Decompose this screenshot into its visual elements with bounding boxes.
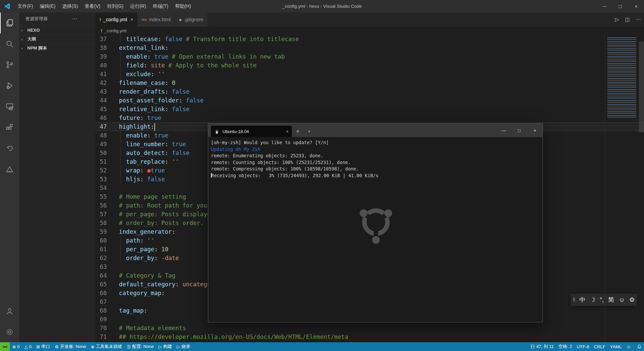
ime-punctuation-mode[interactable]: °, [600, 294, 604, 306]
bell-icon [637, 344, 642, 349]
terminal-maximize-button[interactable]: □ [512, 124, 527, 137]
terminal-new-tab-button[interactable]: + [292, 126, 304, 137]
tab-_config.yml[interactable]: !_config.yml× [95, 12, 137, 27]
menu-item-6[interactable]: 运行(R) [127, 0, 149, 12]
status-board[interactable]: ⚙开发板: None [52, 342, 88, 351]
code-line-39: 39 enable: true # Open external links in… [95, 52, 644, 61]
window-minimize-button[interactable]: ─ [596, 0, 612, 12]
ime-drag-handle[interactable]: ‖ [573, 294, 575, 306]
window-maximize-button[interactable]: □ [612, 0, 628, 12]
menu-item-2[interactable]: 编辑(E) [36, 0, 59, 12]
line-number: 70 [95, 324, 111, 332]
line-number: 71 [95, 332, 111, 341]
notifications-bell[interactable] [635, 342, 644, 351]
menu-item-7[interactable]: 终端(T) [150, 0, 172, 12]
ime-simplified-chinese[interactable]: 简 [608, 294, 614, 306]
status-errors[interactable]: ⊗0 [10, 342, 22, 351]
split-editor-icon[interactable]: ◫ [622, 17, 633, 23]
line-number: 50 [95, 149, 111, 157]
terminal-title-bar[interactable]: Ubuntu-18.04 × + ˅ — □ × [208, 124, 543, 137]
status-flash[interactable]: ▷烧录 [174, 342, 192, 351]
status-language-mode[interactable]: YAML [608, 342, 624, 351]
build-label: 构建 [163, 344, 172, 350]
vscode-logo-icon [3, 3, 11, 10]
vscode-window: 文件(F)编辑(E)选择(S)查看(V)转到(G)运行(R)终端(T)帮助(H)… [0, 0, 644, 351]
code-line-46: 46future: true [95, 114, 644, 122]
terminal-output[interactable]: [oh-my-zsh] Would you like to update? [Y… [208, 137, 543, 322]
window-title: _config.yml - hexo - Visual Studio Code [282, 4, 362, 9]
status-config[interactable]: ☰配置: None [124, 342, 156, 351]
account-icon[interactable] [0, 300, 19, 321]
ime-shape-mode-moon[interactable]: ☽ [590, 294, 595, 306]
encoding-label: UTF-8 [577, 344, 589, 349]
menu-item-8[interactable]: 帮助(H) [172, 0, 194, 12]
ime-emoji[interactable]: ☺ [619, 294, 625, 306]
sidebar-section-NPM 脚本[interactable]: ›NPM 脚本 [19, 43, 95, 53]
terminal-line: [oh-my-zsh] Would you like to update? [Y… [211, 139, 540, 146]
status-cursor-position[interactable]: 行 47, 列 11 [528, 342, 556, 351]
run-debug-icon[interactable] [0, 75, 19, 96]
more-actions-icon[interactable]: ⋯ [633, 17, 644, 23]
terminal-tab[interactable]: Ubuntu-18.04 × [211, 126, 292, 137]
tux-penguin-icon [214, 129, 219, 134]
toolset-status-label: 工具集未就绪 [96, 344, 122, 350]
line-number: 53 [95, 175, 111, 184]
breadcrumb[interactable]: ! _config.yml [95, 27, 644, 35]
line-number: 64 [95, 271, 111, 280]
tab-.gitignore[interactable]: ◆.gitignore [175, 12, 208, 27]
ime-language-mode[interactable]: 中 [579, 294, 585, 306]
menu-item-5[interactable]: 转到(G) [104, 0, 127, 12]
settings-gear-icon[interactable] [0, 321, 19, 342]
sidebar-section-label: HEXO [27, 28, 40, 33]
curved-arrow-icon[interactable] [0, 138, 19, 159]
code-line-43: 43render_drafts: false [95, 87, 644, 96]
status-indentation[interactable]: 空格: 2 [556, 342, 574, 351]
line-number: 38 [95, 43, 111, 52]
menu-item-3[interactable]: 选择(S) [59, 0, 82, 12]
terminal-tab-close-icon[interactable]: × [286, 129, 288, 134]
tab-index.html[interactable]: <>index.html [137, 12, 175, 27]
ubuntu-logo-watermark [355, 199, 397, 245]
remote-explorer-icon[interactable] [0, 96, 19, 117]
extensions-icon[interactable] [0, 117, 19, 138]
remote-indicator[interactable]: >< [0, 342, 10, 351]
ime-settings[interactable]: ⚙ [629, 294, 635, 306]
line-number: 57 [95, 210, 111, 219]
editor-scrollbar[interactable] [639, 41, 644, 132]
status-warnings[interactable]: △0 [22, 342, 34, 351]
chevron-right-icon: › [21, 28, 27, 33]
terminal-minimize-button[interactable]: — [496, 124, 512, 137]
sidebar-section-HEXO[interactable]: ›HEXO [19, 25, 95, 34]
sidebar-title: 资源管理器 [25, 16, 48, 22]
line-number: 59 [95, 227, 111, 236]
terminal-tab-title: Ubuntu-18.04 [222, 129, 249, 134]
terminal-line: Updating Oh My Zsh [211, 146, 540, 153]
status-encoding[interactable]: UTF-8 [574, 342, 591, 351]
line-number: 65 [95, 280, 111, 289]
sidebar-section-大纲[interactable]: ›大纲 [19, 34, 95, 43]
explorer-icon[interactable] [0, 12, 19, 33]
terminal-close-button[interactable]: × [527, 124, 543, 137]
menu-item-4[interactable]: 查看(V) [81, 0, 104, 12]
status-toolset-status[interactable]: ⊗工具集未就绪 [88, 342, 124, 351]
tab-close-icon[interactable]: × [130, 17, 133, 22]
line-number: 41 [95, 70, 111, 78]
tent-icon[interactable] [0, 159, 19, 180]
status-build[interactable]: ▷构建 [156, 342, 174, 351]
sidebar-more-actions-icon[interactable]: ⋯ [72, 16, 77, 22]
menu-bar: 文件(F)编辑(E)选择(S)查看(V)转到(G)运行(R)终端(T)帮助(H) [14, 0, 194, 12]
yaml-file-icon: ! [101, 28, 102, 33]
line-number: 61 [95, 245, 111, 254]
source-control-icon[interactable] [0, 54, 19, 75]
code-line-44: 44post_asset_folder: false [95, 96, 644, 105]
html-file-icon: <> [142, 17, 147, 22]
status-feedback[interactable]: ☺ [624, 342, 635, 351]
window-close-button[interactable]: × [628, 0, 644, 12]
chevron-right-icon: › [21, 37, 27, 42]
status-eol[interactable]: CRLF [591, 342, 608, 351]
terminal-dropdown-icon[interactable]: ˅ [304, 126, 314, 137]
status-serial-port[interactable]: ⊞串口 [34, 342, 53, 351]
menu-item-1[interactable]: 文件(F) [14, 0, 36, 12]
run-file-icon[interactable]: ▷ [612, 17, 622, 23]
search-icon[interactable] [0, 33, 19, 54]
